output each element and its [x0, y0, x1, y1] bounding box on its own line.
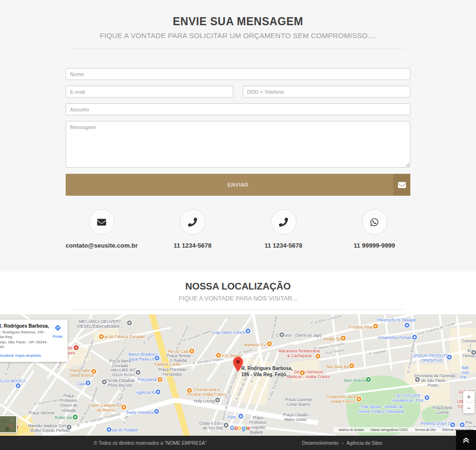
keyboard-shortcuts-link[interactable]: Atalhos do teclado: [338, 428, 364, 431]
map-poi-label[interactable]: Tutti Sposa - Vestido de Noiva, Festa e …: [359, 404, 405, 414]
map-poi-label[interactable]: Casa do Tosador: [108, 428, 138, 432]
map-pin-icon[interactable]: [215, 398, 220, 402]
terms-link[interactable]: Termos de Uso: [415, 428, 436, 431]
map-poi-label[interactable]: Holy Lounge: [194, 399, 217, 403]
map-pin-icon[interactable]: [373, 324, 378, 329]
map-poi-label[interactable]: PikurruchA'S Tatuapé: [377, 318, 416, 322]
map-poi-label[interactable]: Agência Itaú: [136, 390, 158, 395]
map-pin-icon[interactable]: [267, 341, 272, 346]
map-poi-label[interactable]: Praça Professor Augusto Bailletti...: [249, 415, 267, 435]
map-poi-label[interactable]: Correios - ( do Herval): [462, 339, 476, 358]
map-pin-icon[interactable]: [405, 323, 409, 328]
message-textarea[interactable]: [66, 121, 410, 168]
map-pin-icon[interactable]: [300, 370, 305, 375]
map-poi-label[interactable]: Suely Artesanato: [126, 410, 157, 415]
map-pin-icon[interactable]: [316, 354, 320, 359]
map-pin-icon[interactable]: [450, 422, 455, 427]
map-poi-label[interactable]: Armarinhos Fernando: [377, 335, 416, 340]
send-button[interactable]: ENVIAR: [66, 174, 410, 196]
map-pin-icon[interactable]: [136, 370, 140, 375]
map-poi-label[interactable]: Praça Claudio Mano Junior: [283, 412, 308, 422]
map-pin-icon[interactable]: [127, 320, 132, 325]
subject-input[interactable]: [66, 103, 410, 115]
map-poi-label[interactable]: Mansão Isadora Cortez - Buffet Evento Pe…: [28, 423, 70, 433]
map-pin-icon[interactable]: [102, 380, 107, 384]
map-poi-label[interactable]: MECÂNICA DELIVERY DIESEL/Especializados.…: [77, 319, 123, 329]
developer-link[interactable]: Desenvolvimento: [302, 440, 338, 446]
map-pin-icon[interactable]: [73, 415, 78, 420]
map-pin-icon[interactable]: [187, 388, 192, 393]
map-pin-icon[interactable]: [224, 423, 228, 428]
map-poi-label[interactable]: Padaria Carillo: [154, 362, 181, 367]
map-pin-icon[interactable]: [460, 422, 465, 427]
map-poi-label[interactable]: AMA/UBS INT. ÁGUA RASA: [110, 368, 137, 377]
map-street-label: R. Antônio Camardo: [310, 314, 342, 326]
map-poi-label[interactable]: Jordão Bar: [323, 337, 343, 341]
zoom-in-button[interactable]: +: [463, 391, 475, 402]
map-poi-label[interactable]: Praça Bela Lorena: [432, 405, 452, 415]
map-pin-icon[interactable]: [415, 377, 420, 382]
map-pin-icon[interactable]: [155, 356, 159, 360]
map-poi-label[interactable]: Bali Auto Par...: [460, 365, 471, 380]
map-pin-icon[interactable]: [16, 383, 20, 388]
map-poi-label[interactable]: Loja de Fabrica Europain: [100, 334, 146, 339]
phone-input[interactable]: [243, 86, 410, 98]
agency-link[interactable]: Agência de Sites: [347, 440, 382, 446]
map-pin-icon[interactable]: [357, 397, 361, 401]
map-poi-label[interactable]: Loja Santo Antonio: [212, 330, 246, 335]
map-poi-label[interactable]: Mansion XV: [244, 342, 266, 347]
map-poi-label[interactable]: Roller Jam: [55, 415, 74, 420]
channel-phone-2: 11 1234-5678: [238, 209, 329, 249]
map-poi-label[interactable]: COLÃO MOOCA: [0, 379, 26, 383]
view-larger-map-link[interactable]: Visualizar mapa ampliado: [0, 353, 41, 358]
map-pin-icon[interactable]: [91, 369, 96, 374]
map-poi-label[interactable]: Tatu Bola Bar: [326, 364, 350, 369]
map-pin-icon[interactable]: [67, 425, 71, 430]
map-poi-label[interactable]: Escola Estadual Plínio Barreto: [106, 378, 135, 388]
satellite-preview[interactable]: [0, 415, 17, 433]
map-pin-icon[interactable]: [246, 329, 250, 333]
map-pin-icon[interactable]: [154, 409, 159, 414]
map-poi-label[interactable]: Churrascaria e Pizzaria Anália Franco: [187, 387, 227, 397]
scroll-to-top-button[interactable]: [456, 430, 476, 450]
zoom-out-button[interactable]: −: [463, 402, 475, 413]
map-pin-icon[interactable]: [107, 427, 111, 432]
map-pin-icon[interactable]: [341, 336, 346, 340]
map-embed[interactable]: MECÂNICA DELIVERY DIESEL/Especializados.…: [0, 314, 476, 436]
map-poi-label[interactable]: Praça Professor Osorio de Almeida: [60, 393, 78, 413]
map-poi-label[interactable]: 3D TATUAPÉ : Assistência : PS4...: [392, 393, 426, 403]
map-pin-icon[interactable]: [412, 335, 417, 340]
map-poi-label[interactable]: Bom Boliche: [344, 378, 367, 383]
map-pin-icon[interactable]: [238, 414, 243, 419]
map-poi-label[interactable]: URIZUN PRODUTOS ORIENTAIS: [412, 353, 452, 363]
map-pin-icon[interactable]: [349, 363, 354, 368]
map-pin-icon[interactable]: [216, 353, 221, 358]
map-pin-icon[interactable]: [121, 405, 126, 410]
map-pin-icon[interactable]: [156, 390, 160, 394]
directions-label[interactable]: Rotas: [50, 334, 65, 339]
map-poi-label[interactable]: Praça Florestan Fernandes: [158, 367, 187, 377]
name-input[interactable]: [66, 68, 410, 80]
map-pin-icon[interactable]: [74, 345, 79, 350]
map-pin-icon[interactable]: [471, 350, 476, 355]
map-pin-icon[interactable]: [447, 355, 452, 360]
map-poi-label[interactable]: Banco Bradesco Água Rasa-USP: [129, 352, 158, 361]
directions-icon[interactable]: [54, 325, 61, 333]
map-pin-icon[interactable]: [158, 377, 162, 382]
map-poi-label[interactable]: Petz: [228, 415, 236, 420]
map-pin-icon[interactable]: [279, 332, 284, 337]
divider: [71, 309, 405, 310]
map-poi-label[interactable]: Secretaria da Fazenda de São Paulo - Pos…: [414, 373, 456, 388]
map-pin-icon[interactable]: [366, 377, 371, 382]
email-input[interactable]: [66, 86, 233, 98]
map-poi-label[interactable]: Preçolandia: [138, 377, 159, 382]
map-pin-icon[interactable]: [189, 349, 194, 353]
map-poi-label[interactable]: Croasonho Jardim Analia Franco: [326, 394, 359, 404]
map-pin-icon[interactable]: [99, 334, 104, 339]
map-pin-icon[interactable]: [425, 395, 429, 400]
map-poi-label[interactable]: Praça Guiomar Cesar Bueno: [285, 397, 312, 407]
map-poi-label[interactable]: DaVita Serviços Médicos - Anália Franco: [287, 370, 330, 379]
map-poi-label[interactable]: Praça Abronia: [29, 410, 54, 415]
map-poi-label[interactable]: Frutaria Pitaya: [349, 325, 375, 330]
map-pin-icon[interactable]: [86, 380, 90, 385]
